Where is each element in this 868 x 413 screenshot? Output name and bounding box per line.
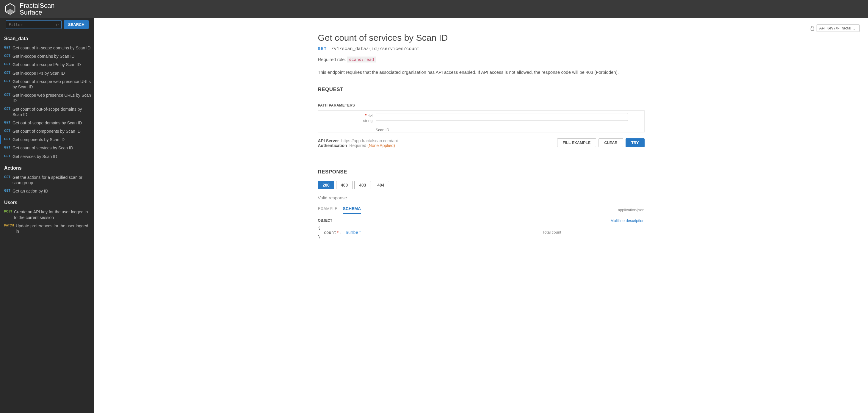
method-badge: GET [4,146,11,149]
method-badge: GET [4,189,11,192]
sidebar-item-label: Get in-scope IPs by Scan ID [12,70,65,76]
sidebar-item-label: Get count of in-scope IPs by Scan ID [12,62,81,67]
method-badge: GET [318,47,327,52]
method-badge: GET [4,138,11,141]
method-badge: GET [4,93,11,96]
param-id-input[interactable] [376,113,628,121]
sidebar-item-label: Get in-scope domains by Scan ID [12,54,75,59]
auth-none-warning: (None Applied) [367,143,395,148]
sidebar-item-label: Update preferences for the user logged i… [16,223,91,234]
sidebar-item-label: Get count of services by Scan ID [12,145,73,151]
method-badge: PATCH [4,224,14,227]
method-badge: GET [4,129,11,132]
api-key-bar: API Key (X-FractalScan-A... [810,24,860,32]
response-heading: RESPONSE [318,169,645,175]
sidebar-item-label: Get count of in-scope web presence URLs … [12,79,91,90]
sidebar-section-header: Actions [0,161,94,173]
multiline-description-link[interactable]: Multiline description [610,218,644,223]
sidebar-item[interactable]: GETGet the actions for a specified scan … [0,173,94,187]
method-badge: GET [4,107,11,110]
method-badge: GET [4,54,11,57]
sidebar-item-label: Get services by Scan ID [12,154,57,159]
method-badge: GET [4,121,11,124]
sidebar-item-label: Get count of components by Scan ID [12,128,81,134]
fill-example-button[interactable]: FILL EXAMPLE [557,138,596,147]
sidebar-item[interactable]: GETGet services by Scan ID [0,152,94,161]
schema-body: { count*: number Total count } [318,225,645,239]
app-header: FractalScan Surface [0,0,868,18]
property-description: Total count [542,230,645,235]
method-badge: GET [4,46,11,49]
sidebar-item[interactable]: GETGet an action by ID [0,187,94,195]
sidebar-item[interactable]: POSTCreate an API key for the user logge… [0,208,94,222]
lock-icon [810,26,815,31]
status-tab-200[interactable]: 200 [318,181,334,189]
sidebar: ↩ SEARCH Scan_dataGETGet count of in-sco… [0,18,94,413]
sidebar-item-label: Get the actions for a specified scan or … [12,175,91,185]
sidebar-item[interactable]: GETGet count of out-of-scope domains by … [0,105,94,119]
svg-marker-1 [5,9,15,14]
param-name: id [368,114,373,118]
tab-example[interactable]: EXAMPLE [318,206,338,214]
sidebar-item-label: Get in-scope web presence URLs by Scan I… [12,92,91,103]
param-description: Scan ID [376,128,644,132]
request-heading: REQUEST [318,87,645,92]
main-content: API Key (X-FractalScan-A... Get count of… [94,18,868,413]
svg-rect-2 [811,28,814,30]
sidebar-item[interactable]: GETGet count of services by Scan ID [0,144,94,152]
path-parameters-heading: PATH PARAMETERS [318,103,645,108]
sidebar-item[interactable]: GETGet count of in-scope IPs by Scan ID [0,60,94,69]
sidebar-section-header: Users [0,195,94,208]
sidebar-item-label: Create an API key for the user logged in… [14,209,91,220]
sidebar-item-label: Get an action by ID [12,188,48,194]
search-button[interactable]: SEARCH [64,20,89,29]
method-badge: GET [4,80,11,83]
try-button[interactable]: TRY [626,138,645,147]
tab-schema[interactable]: SCHEMA [343,206,361,214]
sidebar-item[interactable]: GETGet count of in-scope domains by Scan… [0,44,94,52]
api-key-input[interactable]: API Key (X-FractalScan-A... [816,24,860,32]
response-description: Valid response [318,195,645,200]
status-tab-400[interactable]: 400 [336,181,352,189]
status-tab-403[interactable]: 403 [354,181,371,189]
sidebar-item-label: Get out-of-scope domains by Scan ID [12,120,82,125]
method-badge: GET [4,62,11,66]
required-marker: * [365,113,367,118]
sidebar-item[interactable]: GETGet count of components by Scan ID [0,127,94,136]
sidebar-item-label: Get count of in-scope domains by Scan ID [12,45,90,51]
clear-button[interactable]: CLEAR [598,138,623,147]
logo-text: FractalScan Surface [20,2,55,16]
method-badge: GET [4,154,11,158]
sidebar-item[interactable]: GETGet in-scope IPs by Scan ID [0,69,94,77]
endpoint-path: GET /v1/scan_data/{id}/services/count [318,47,645,52]
logo-icon [4,2,17,16]
search-row: ↩ SEARCH [0,18,94,31]
server-info: API Server https://app.fractalscan.com/a… [318,138,398,148]
sidebar-item[interactable]: GETGet components by Scan ID [0,136,94,144]
content-type-label: application/json [618,208,645,212]
endpoint-description: This endpoint requires that the associat… [318,69,645,76]
sidebar-item[interactable]: GETGet in-scope domains by Scan ID [0,52,94,60]
sidebar-item[interactable]: PATCHUpdate preferences for the user log… [0,222,94,235]
filter-input[interactable] [6,20,62,29]
parameter-table: * id string Scan ID [318,110,645,132]
sidebar-section-header: Scan_data [0,31,94,44]
sidebar-item[interactable]: GETGet in-scope web presence URLs by Sca… [0,91,94,105]
method-badge: POST [4,210,12,213]
sidebar-item[interactable]: GETGet count of in-scope web presence UR… [0,77,94,91]
sidebar-item-label: Get components by Scan ID [12,137,65,142]
status-tab-404[interactable]: 404 [373,181,389,189]
param-type: string [318,118,373,123]
schema-object-label: OBJECT [318,218,333,223]
page-title: Get count of services by Scan ID [318,33,645,43]
method-badge: GET [4,71,11,75]
status-code-tabs: 200400403404 [318,181,645,189]
sidebar-item-label: Get count of out-of-scope domains by Sca… [12,107,91,117]
required-role: Required role: scans:read [318,57,645,62]
method-badge: GET [4,175,11,179]
sidebar-item[interactable]: GETGet out-of-scope domains by Scan ID [0,119,94,127]
